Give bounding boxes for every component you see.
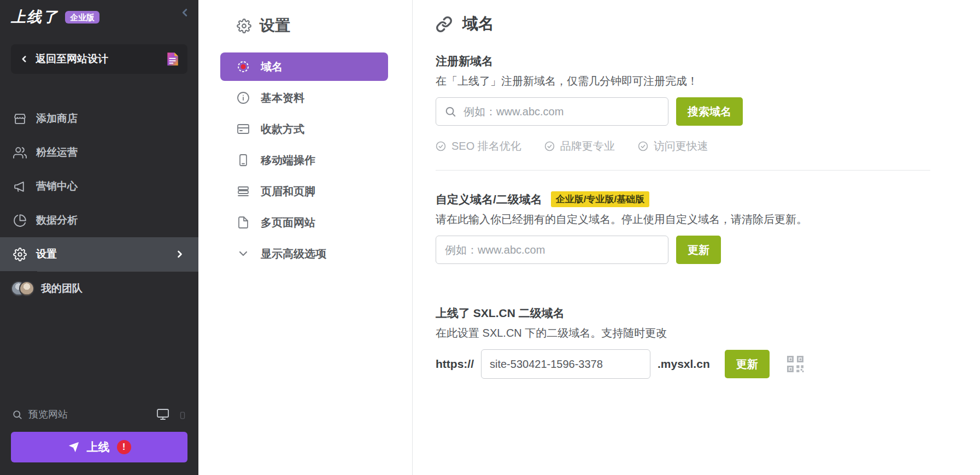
settings-item-advanced-toggle[interactable]: 显示高级选项 <box>220 239 388 268</box>
info-icon <box>237 91 250 104</box>
team-label: 我的团队 <box>41 282 83 296</box>
sidebar-collapse-chevron-icon[interactable] <box>179 7 191 19</box>
settings-item-multipage[interactable]: 多页面网站 <box>220 208 388 237</box>
alert-badge: ! <box>117 440 131 454</box>
sidebar-item-settings[interactable]: 设置 <box>0 237 198 271</box>
main-content: 域名 注册新域名 在「上线了」注册新域名，仅需几分钟即可注册完成！ 搜索域名 S… <box>413 0 980 475</box>
main-sidebar: 上线了 企业版 返回至网站设计 添加 <box>0 0 198 475</box>
benefit-label: SEO 排名优化 <box>451 139 521 154</box>
app-logo: 上线了 <box>11 7 58 27</box>
benefit-label: 品牌更专业 <box>560 139 615 154</box>
settings-item-label: 域名 <box>261 60 283 74</box>
gear-icon <box>13 248 27 261</box>
page-title-label: 域名 <box>462 13 494 35</box>
settings-item-label: 收款方式 <box>261 122 304 137</box>
register-heading: 注册新域名 <box>436 54 980 69</box>
domain-icon <box>237 60 250 73</box>
settings-item-label: 页眉和页脚 <box>261 184 315 199</box>
back-to-editor-label: 返回至网站设计 <box>36 52 160 66</box>
benefit-item: 品牌更专业 <box>544 139 615 154</box>
benefit-item: SEO 排名优化 <box>436 139 521 154</box>
header-footer-icon <box>237 185 250 198</box>
sidebar-item-my-team[interactable]: 我的团队 <box>0 272 198 306</box>
benefit-label: 访问更快速 <box>654 139 708 154</box>
domain-suffix: .mysxl.cn <box>658 357 710 371</box>
sidebar-item-label: 营销中心 <box>36 179 78 193</box>
update-custom-domain-button[interactable]: 更新 <box>676 236 721 264</box>
phone-icon[interactable] <box>179 410 186 421</box>
gear-icon <box>237 19 251 33</box>
benefits-row: SEO 排名优化 品牌更专业 访问更快速 <box>436 139 980 154</box>
plan-badge: 企业版 <box>65 11 99 24</box>
sidebar-item-analytics[interactable]: 数据分析 <box>0 203 198 237</box>
sidebar-bottom: 预览网站 上线 ! <box>0 404 198 475</box>
sidebar-item-add-store[interactable]: 添加商店 <box>0 102 198 136</box>
custom-domain-description: 请在此输入你已经拥有的自定义域名。停止使用自定义域名，请清除后更新。 <box>436 212 980 227</box>
chevron-right-icon <box>174 249 185 260</box>
settings-item-domain[interactable]: 域名 <box>220 52 388 81</box>
sidebar-item-label: 数据分析 <box>36 213 78 227</box>
users-icon <box>13 146 27 160</box>
domain-search-input[interactable] <box>436 97 668 126</box>
section-divider <box>436 170 930 171</box>
preview-label: 预览网站 <box>28 408 68 421</box>
link-icon <box>436 16 453 33</box>
settings-item-label: 多页面网站 <box>261 215 315 230</box>
pie-chart-icon <box>13 214 27 227</box>
update-subdomain-button[interactable]: 更新 <box>725 350 770 378</box>
settings-item-payment[interactable]: 收款方式 <box>220 115 388 143</box>
chevron-down-icon <box>237 247 250 260</box>
device-toggle <box>156 408 186 421</box>
custom-domain-heading: 自定义域名/二级域名 企业版/专业版/基础版 <box>436 191 980 207</box>
search-domain-button[interactable]: 搜索域名 <box>676 97 743 126</box>
preview-site-button[interactable]: 预览网站 <box>0 404 198 425</box>
publish-label: 上线 <box>87 439 110 455</box>
megaphone-icon <box>13 180 27 193</box>
sidebar-item-fans[interactable]: 粉丝运营 <box>0 136 198 169</box>
subdomain-heading: 上线了 SXL.CN 二级域名 <box>436 306 980 321</box>
subdomain-input[interactable] <box>481 349 650 379</box>
check-circle-icon <box>638 141 648 151</box>
back-to-editor-button[interactable]: 返回至网站设计 <box>11 44 187 74</box>
settings-item-mobile[interactable]: 移动端操作 <box>220 146 388 174</box>
avatar <box>19 281 34 296</box>
settings-panel: 设置 域名 基本资料 收款方式 移动端操作 页眉和页脚 多页面网站 <box>198 0 413 475</box>
page-title: 域名 <box>436 13 980 35</box>
settings-item-label: 移动端操作 <box>261 153 315 168</box>
qr-code-icon[interactable] <box>785 354 805 374</box>
settings-item-basic-info[interactable]: 基本资料 <box>220 84 388 112</box>
team-avatars <box>11 281 34 296</box>
custom-domain-heading-label: 自定义域名/二级域名 <box>436 192 542 207</box>
settings-item-label: 显示高级选项 <box>261 247 326 261</box>
settings-item-label: 基本资料 <box>261 91 304 105</box>
register-description: 在「上线了」注册新域名，仅需几分钟即可注册完成！ <box>436 74 980 89</box>
check-circle-icon <box>544 141 555 151</box>
subdomain-section: 上线了 SXL.CN 二级域名 在此设置 SXL.CN 下的二级域名。支持随时更… <box>436 306 980 379</box>
sidebar-item-marketing[interactable]: 营销中心 <box>0 169 198 203</box>
benefit-item: 访问更快速 <box>638 139 708 154</box>
storefront-icon <box>13 112 27 126</box>
protocol-prefix: https:// <box>436 357 474 371</box>
sidebar-nav: 添加商店 粉丝运营 营销中心 数据分析 设置 <box>0 102 198 306</box>
check-circle-icon <box>436 141 446 151</box>
credit-card-icon <box>237 122 250 136</box>
rocket-icon <box>68 441 80 453</box>
register-domain-section: 注册新域名 在「上线了」注册新域名，仅需几分钟即可注册完成！ 搜索域名 SEO … <box>436 54 980 154</box>
chevron-left-icon <box>19 54 29 64</box>
monitor-icon[interactable] <box>156 408 170 421</box>
settings-title-label: 设置 <box>260 15 290 36</box>
mobile-icon <box>237 154 250 167</box>
settings-panel-title: 设置 <box>198 15 412 36</box>
sidebar-item-label: 设置 <box>36 247 57 261</box>
settings-item-header-footer[interactable]: 页眉和页脚 <box>220 177 388 206</box>
sidebar-item-label: 添加商店 <box>36 112 78 126</box>
custom-domain-input[interactable] <box>436 236 668 264</box>
logo-row: 上线了 企业版 <box>0 0 198 27</box>
search-icon <box>12 409 22 420</box>
sidebar-item-label: 粉丝运营 <box>36 145 78 160</box>
pages-icon <box>237 216 250 229</box>
site-document-icon <box>166 51 179 67</box>
custom-domain-section: 自定义域名/二级域名 企业版/专业版/基础版 请在此输入你已经拥有的自定义域名。… <box>436 191 980 264</box>
publish-button[interactable]: 上线 ! <box>11 432 187 462</box>
plan-requirement-badge: 企业版/专业版/基础版 <box>551 191 649 207</box>
